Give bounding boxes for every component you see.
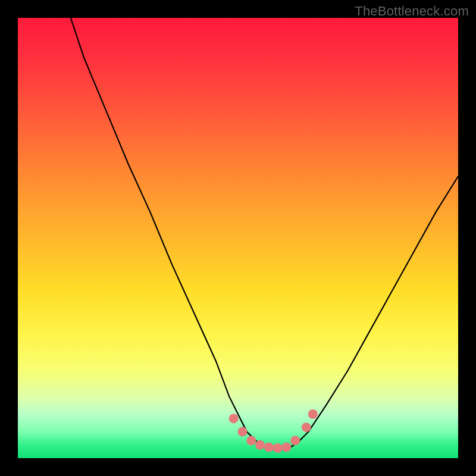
curve-right-branch <box>300 176 458 440</box>
marker-dot <box>308 409 318 419</box>
curve-layer <box>18 18 458 458</box>
marker-dot <box>281 443 291 452</box>
marker-dot <box>290 436 300 445</box>
chart-frame: TheBottleneck.com <box>0 0 476 476</box>
attribution-watermark: TheBottleneck.com <box>355 4 469 19</box>
plot-area <box>18 18 458 458</box>
marker-dot <box>237 427 247 437</box>
marker-dot <box>273 443 283 453</box>
marker-dot <box>264 443 274 452</box>
marker-dots <box>229 409 318 453</box>
curve-left-branch <box>71 18 256 440</box>
marker-dot <box>246 436 256 445</box>
marker-dot <box>302 422 311 432</box>
marker-dot <box>255 440 265 450</box>
marker-dot <box>229 414 239 423</box>
